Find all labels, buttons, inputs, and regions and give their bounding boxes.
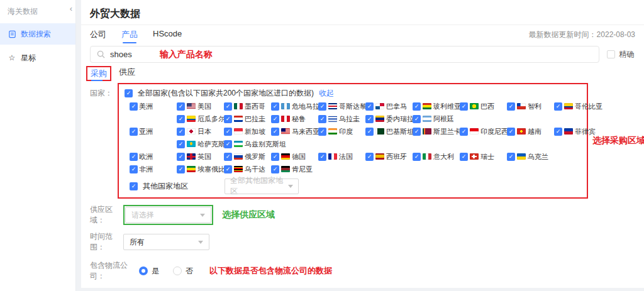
checkbox[interactable]	[413, 128, 421, 136]
country-checkbox-item[interactable]: 巴拉圭	[224, 113, 271, 125]
checkbox[interactable]	[224, 115, 232, 123]
checkbox[interactable]	[224, 128, 232, 136]
time-range-select[interactable]: 所有	[123, 234, 209, 250]
country-checkbox-item[interactable]: 美国	[177, 100, 224, 113]
supply-region-select[interactable]: 请选择	[125, 207, 211, 223]
country-checkbox-item[interactable]: 斯里兰卡	[413, 125, 460, 138]
checkbox[interactable]	[177, 140, 185, 148]
country-checkbox-item[interactable]: 瑞士	[460, 150, 507, 163]
sidebar-collapse-icon[interactable]: ‹	[70, 4, 72, 13]
logistics-radio-是[interactable]: 是	[139, 266, 159, 277]
continent-checkbox-item[interactable]: 亚洲	[130, 125, 177, 138]
checkbox[interactable]	[460, 128, 468, 136]
checkbox[interactable]	[318, 153, 326, 161]
checkbox[interactable]	[413, 102, 421, 111]
country-checkbox-item[interactable]: 埃塞俄比亚	[177, 163, 224, 175]
search-input[interactable]: shoes 输入产品名称	[90, 46, 599, 63]
checkbox[interactable]	[224, 102, 232, 111]
checkbox[interactable]	[130, 128, 138, 136]
country-checkbox-item[interactable]: 马来西亚	[271, 125, 318, 138]
country-checkbox-item[interactable]: 意大利	[413, 150, 460, 163]
logistics-radio-否[interactable]: 否	[173, 266, 193, 277]
checkbox[interactable]	[365, 128, 374, 136]
country-checkbox-item[interactable]: 乌拉圭	[318, 113, 365, 125]
country-checkbox-item[interactable]: 厄瓜多尔	[177, 113, 224, 125]
country-checkbox-item[interactable]: 委内瑞拉	[365, 113, 413, 125]
country-checkbox-item[interactable]: 英国	[177, 150, 224, 163]
tab-company[interactable]: 公司	[90, 25, 106, 45]
country-checkbox-item[interactable]: 德国	[271, 150, 318, 163]
checkbox[interactable]	[318, 128, 326, 136]
checkbox[interactable]	[554, 128, 562, 136]
sidebar-item-star[interactable]: ☆星标	[0, 47, 75, 69]
country-checkbox-item[interactable]: 西班牙	[365, 150, 413, 163]
country-checkbox-item[interactable]: 日本	[177, 125, 224, 138]
country-checkbox-item[interactable]: 乌克兰	[507, 150, 554, 163]
checkbox[interactable]	[460, 153, 468, 161]
checkbox[interactable]	[507, 153, 515, 161]
checkbox[interactable]	[177, 165, 185, 173]
checkbox[interactable]	[177, 153, 185, 161]
all-countries-checkbox[interactable]	[125, 89, 133, 97]
country-checkbox-item[interactable]: 阿根廷	[413, 113, 460, 125]
checkbox[interactable]	[554, 102, 562, 111]
checkbox[interactable]	[224, 140, 232, 148]
country-checkbox-item[interactable]: 新加坡	[224, 125, 271, 138]
checkbox[interactable]	[271, 128, 279, 136]
country-checkbox-item[interactable]: 巴拿马	[365, 100, 413, 113]
country-checkbox-item[interactable]: 危地马拉	[271, 100, 318, 113]
country-checkbox-item[interactable]: 巴西	[460, 100, 507, 113]
country-checkbox-item[interactable]: 印度尼西亚	[460, 125, 507, 138]
country-checkbox-item[interactable]: 哥伦比亚	[554, 100, 601, 113]
country-checkbox-item[interactable]: 智利	[507, 100, 554, 113]
tab-hscode[interactable]: HScode	[153, 25, 182, 45]
checkbox[interactable]	[507, 102, 515, 111]
country-checkbox-item[interactable]: 肯尼亚	[271, 163, 318, 175]
checkbox[interactable]	[365, 102, 374, 111]
sidebar-item-data-search[interactable]: 数据搜索	[0, 23, 75, 45]
exact-match-option[interactable]: 精确	[607, 49, 635, 60]
country-checkbox-item[interactable]: 乌干达	[224, 163, 271, 175]
checkbox[interactable]	[413, 153, 421, 161]
collapse-link[interactable]: 收起	[319, 88, 334, 99]
other-countries-checkbox[interactable]	[130, 182, 138, 190]
checkbox[interactable]	[365, 115, 374, 123]
checkbox[interactable]	[318, 102, 326, 111]
other-countries-select[interactable]: 全部其他国家地区	[225, 178, 299, 194]
checkbox[interactable]	[177, 102, 185, 111]
checkbox[interactable]	[177, 128, 185, 136]
country-checkbox-item[interactable]: 秘鲁	[271, 113, 318, 125]
checkbox[interactable]	[413, 115, 421, 123]
continent-checkbox-item[interactable]: 非洲	[130, 163, 177, 175]
checkbox[interactable]	[130, 153, 138, 161]
trade-tab-supply[interactable]: 供应	[118, 65, 136, 82]
radio-dot[interactable]	[173, 266, 182, 275]
tab-product[interactable]: 产品	[121, 25, 138, 45]
checkbox[interactable]	[130, 165, 138, 173]
checkbox[interactable]	[271, 115, 279, 123]
checkbox[interactable]	[365, 153, 374, 161]
country-checkbox-item[interactable]: 哈萨克斯坦	[177, 138, 224, 150]
country-checkbox-item[interactable]: 越南	[507, 125, 554, 138]
country-checkbox-item[interactable]: 巴基斯坦	[365, 125, 413, 138]
country-checkbox-item[interactable]: 哥斯达黎加	[318, 100, 365, 113]
checkbox[interactable]	[318, 115, 326, 123]
country-checkbox-item[interactable]: 墨西哥	[224, 100, 271, 113]
checkbox[interactable]	[271, 165, 279, 173]
checkbox[interactable]	[177, 115, 185, 123]
country-checkbox-item[interactable]: 乌兹别克斯坦	[224, 138, 271, 150]
checkbox[interactable]	[460, 102, 468, 111]
checkbox[interactable]	[224, 165, 232, 173]
radio-dot[interactable]	[139, 266, 148, 275]
checkbox[interactable]	[271, 102, 279, 111]
continent-checkbox-item[interactable]: 欧洲	[130, 150, 177, 163]
country-checkbox-item[interactable]: 印度	[318, 125, 365, 138]
country-checkbox-item[interactable]: 法国	[318, 150, 365, 163]
checkbox[interactable]	[130, 102, 138, 111]
checkbox[interactable]	[271, 153, 279, 161]
country-checkbox-item[interactable]: 俄罗斯	[224, 150, 271, 163]
country-checkbox-item[interactable]: 玻利维亚	[413, 100, 460, 113]
continent-checkbox-item[interactable]: 美洲	[130, 100, 177, 113]
trade-tab-purchase[interactable]: 采购	[89, 67, 108, 82]
checkbox[interactable]	[224, 153, 232, 161]
